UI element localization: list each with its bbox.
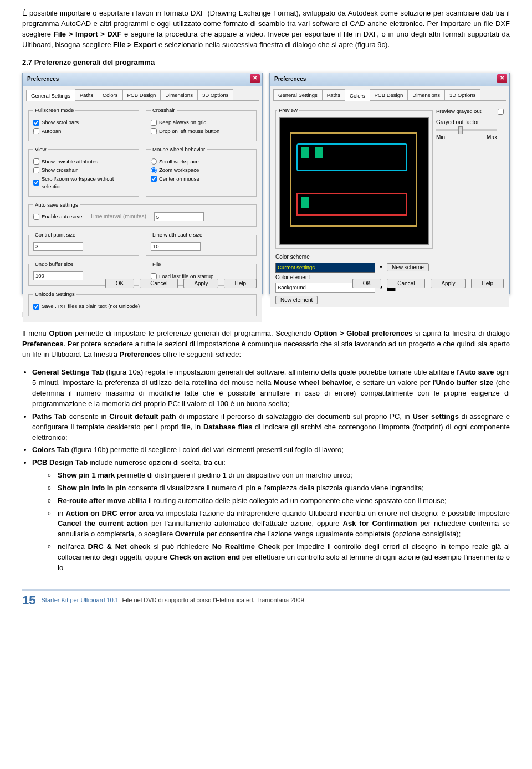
figure-row: Preferences ✕ General Settings Paths Col… [22,73,510,294]
radio-scroll-workspace[interactable]: Scroll workspace [151,158,252,166]
help-button[interactable]: Help [471,279,504,288]
tab-paths[interactable]: Paths [75,89,98,101]
cancel-button[interactable]: Cancel [387,279,425,288]
tab-dimensions[interactable]: Dimensions [160,89,198,101]
label-max: Max [487,134,497,142]
bullet-pcb-design: PCB Design Tab include numerose opzioni … [32,458,510,573]
checkbox-center-mouse[interactable]: Center on mouse [151,175,252,183]
radio-zoom-workspace[interactable]: Zoom workspace [151,166,252,174]
ok-button[interactable]: OK [352,279,381,288]
new-scheme-button[interactable]: New scheme [387,263,429,271]
dropdown-icon[interactable]: ▾ [380,263,382,271]
sub-drc-net-check: nell'area DRC & Net check si può richied… [48,542,510,573]
dialog-buttons: OK Cancel Apply Help [347,275,509,291]
input-line-width-cache[interactable] [151,242,201,251]
label-color-scheme: Color scheme [275,253,504,262]
tab-3d-options[interactable]: 3D Options [197,89,234,101]
input-time-interval[interactable] [154,212,204,221]
cancel-button[interactable]: Cancel [140,279,178,288]
tab-general-settings[interactable]: General Settings [273,89,323,101]
sub-reroute-after-move: Re-route after move abilita il routing a… [48,496,510,506]
sub-show-pin-1: Show pin 1 mark permette di distinguere … [48,470,510,481]
group-line-width-cache: Line width cache size [146,231,257,256]
group-view: View Show invisible attributes Show cros… [28,146,139,197]
intro-paragraph: È possibile importare o esportare i lavo… [22,8,510,50]
checkbox-drop-left[interactable]: Drop on left mouse button [151,127,252,135]
checkbox-autopan[interactable]: Autopan [33,127,134,135]
tab-3d-options[interactable]: 3D Options [444,89,481,101]
checkbox-keep-on-grid[interactable]: Keep always on grid [151,119,252,126]
pcb-pad [301,197,309,208]
tab-strip: General Settings Paths Colors PCB Design… [26,89,259,101]
group-control-point-size: Control point size [28,231,139,256]
pcb-outline [290,132,417,227]
dialog-buttons: OK Cancel Apply Help [100,275,262,291]
options-intro-paragraph: Il menu Option permette di impostare le … [22,329,510,360]
tab-colors[interactable]: Colors [98,89,122,101]
tab-pcb-design[interactable]: PCB Design [122,89,161,101]
page-number: 15 [22,592,35,609]
select-color-scheme[interactable]: Current settings [275,263,375,273]
group-fullscreen: Fullscreen mode Show scrollbars Autopan [28,106,139,141]
apply-button[interactable]: Apply [431,279,466,288]
pcb-sub-list: Show pin 1 mark permette di distinguere … [48,470,510,573]
label-grayed-factor: Grayed out factor [436,119,504,127]
tab-description-list: General Settings Tab (figura 10a) regola… [32,367,510,573]
label-time-interval: Time interval (minutes) [90,213,146,221]
checkbox-scroll-zoom-selection[interactable]: Scroll/zoom workspace without selection [33,175,134,191]
group-unicode: Unicode Settings Save .TXT files as plai… [28,290,257,316]
checkbox-enable-autosave[interactable]: Enable auto save [33,213,82,221]
label-min: Min [436,134,445,142]
pcb-trace-red [296,193,407,216]
bullet-colors: Colors Tab (figura 10b) permette di sceg… [32,445,510,455]
grayed-factor-slider[interactable] [436,129,497,131]
checkbox-show-scrollbars[interactable]: Show scrollbars [33,119,134,126]
checkbox-show-crosshair[interactable]: Show crosshair [33,166,134,174]
footer-text: Starter Kit per Ultiboard 10.1- File nel… [41,596,304,605]
tab-pcb-design[interactable]: PCB Design [370,89,408,101]
tab-strip: General Settings Paths Colors PCB Design… [273,89,506,101]
bullet-general-settings: General Settings Tab (figura 10a) regola… [32,367,510,409]
checkbox-show-invisible[interactable]: Show invisible attributes [33,158,134,166]
section-heading: 2.7 Preferenze generali del programma [22,58,510,68]
pcb-pad [301,147,309,158]
checkbox-save-txt-plain[interactable]: Save .TXT files as plain text (not Unico… [33,303,252,310]
group-autosave: Auto save settings Enable auto save Time… [28,201,257,227]
close-icon[interactable]: ✕ [497,74,507,83]
tab-colors[interactable]: Colors [345,90,370,101]
preferences-dialog-colors: Preferences ✕ General Settings Paths Col… [269,73,510,294]
tab-general-settings[interactable]: General Settings [26,90,75,101]
page-footer: 15 Starter Kit per Ultiboard 10.1- File … [22,589,510,609]
pcb-trace-cyan [296,143,407,171]
ok-button[interactable]: OK [105,279,134,288]
dialog-title: Preferences ✕ [270,73,509,86]
input-control-point-size[interactable] [33,242,83,251]
tab-dimensions[interactable]: Dimensions [407,89,445,101]
close-icon[interactable]: ✕ [250,74,260,83]
group-mouse-wheel: Mouse wheel behavior Scroll workspace Zo… [146,146,257,197]
apply-button[interactable]: Apply [183,279,218,288]
input-undo-buffer[interactable] [33,271,83,280]
sub-action-drc-error: in Action on DRC error area va impostata… [48,509,510,540]
sub-show-pin-info: Show pin info in pin consente di visuali… [48,483,510,494]
checkbox-preview-grayed[interactable]: Preview grayed out [436,107,504,115]
help-button[interactable]: Help [224,279,257,288]
preferences-dialog-general: Preferences ✕ General Settings Paths Col… [22,73,263,294]
tab-paths[interactable]: Paths [322,89,345,101]
pcb-pad [315,147,323,158]
bullet-paths: Paths Tab consente in Circuit default pa… [32,412,510,443]
group-preview: Preview [275,106,433,249]
pcb-preview [279,117,429,245]
preview-options: Preview grayed out Grayed out factor Min… [436,104,504,251]
group-crosshair: Crosshair Keep always on grid Drop on le… [146,106,257,141]
dialog-title: Preferences ✕ [23,73,262,86]
new-element-button[interactable]: New element [275,296,318,304]
